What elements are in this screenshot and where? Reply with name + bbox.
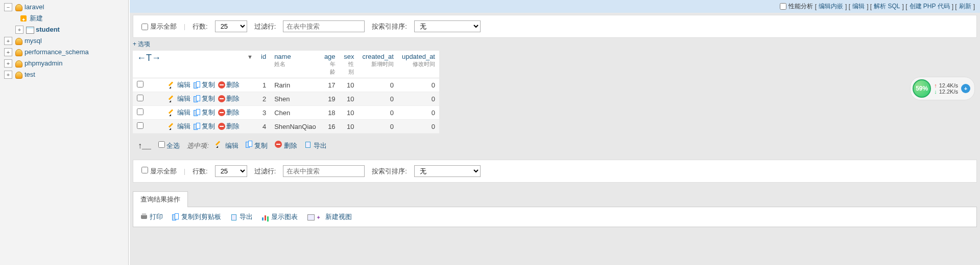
col-name[interactable]: name姓名	[270, 51, 320, 78]
cell-updated-at: 0	[398, 78, 439, 92]
tree-db-laravel[interactable]: − laravel	[4, 2, 128, 12]
bulk-export[interactable]: 导出	[304, 141, 327, 150]
row-edit[interactable]: 编辑	[169, 94, 190, 103]
sort-arrow-icon[interactable]: ←T→	[137, 53, 161, 63]
plus-icon[interactable]: +	[961, 84, 970, 93]
options-toggle[interactable]: + 选项	[133, 40, 977, 49]
pencil-icon	[169, 95, 176, 102]
chart-link[interactable]: 显示图表	[262, 212, 298, 222]
download-speed: 12.2K/s	[934, 89, 958, 95]
expand-icon[interactable]: +	[4, 37, 12, 45]
cell-updated-at: 0	[398, 106, 439, 120]
bulk-delete[interactable]: 删除	[275, 141, 297, 150]
bulk-edit[interactable]: 编辑	[216, 141, 238, 150]
link-create-php[interactable]: 创建 PHP 代码	[910, 2, 950, 11]
col-age[interactable]: age年龄	[320, 51, 340, 78]
tree-label: test	[25, 70, 35, 80]
sort-select[interactable]: 无	[414, 20, 481, 32]
net-percent: 59%	[913, 79, 931, 98]
cell-id: 3	[257, 106, 270, 120]
new-icon	[19, 14, 28, 23]
delete-icon	[275, 141, 282, 148]
copy-icon	[194, 123, 201, 130]
row-copy[interactable]: 复制	[194, 94, 215, 103]
filter-input[interactable]	[283, 20, 365, 32]
row-copy[interactable]: 复制	[194, 122, 215, 131]
delete-icon	[218, 123, 225, 130]
row-checkbox[interactable]	[137, 81, 144, 87]
cell-sex: 10	[340, 92, 358, 106]
delete-icon	[218, 95, 225, 102]
top-toolbar: 性能分析 [编辑内嵌] [ 编辑] [ 解析 SQL] [ 创建 PHP 代码]…	[130, 0, 980, 13]
show-all-checkbox[interactable]	[141, 24, 148, 30]
perf-checkbox[interactable]	[780, 3, 786, 10]
col-sex[interactable]: sex性别	[340, 51, 358, 78]
filter-input-bottom[interactable]	[283, 165, 365, 177]
row-edit[interactable]: 编辑	[169, 108, 190, 117]
with-selected-label: 选中项:	[187, 141, 209, 150]
row-checkbox[interactable]	[137, 122, 144, 129]
export-link[interactable]: 导出	[230, 212, 253, 222]
print-link[interactable]: 打印	[140, 212, 163, 222]
tree-table-student[interactable]: + student	[15, 25, 128, 35]
row-checkbox[interactable]	[137, 95, 144, 101]
expand-icon[interactable]: +	[4, 48, 12, 56]
chart-icon	[262, 213, 269, 220]
link-edit[interactable]: 编辑	[852, 2, 865, 11]
col-id[interactable]: id	[257, 51, 270, 78]
row-edit[interactable]: 编辑	[169, 80, 190, 90]
cell-created-at: 0	[358, 106, 397, 120]
database-icon	[14, 71, 22, 79]
col-updated-at[interactable]: updated_at修改时间	[398, 51, 439, 78]
row-edit[interactable]: 编辑	[169, 122, 190, 131]
new-view-link[interactable]: 新建视图	[307, 212, 352, 222]
show-all-label[interactable]: 显示全部	[141, 22, 177, 31]
table-row: 编辑复制删除4ShenNanQiao161000	[133, 120, 439, 134]
row-checkbox[interactable]	[137, 108, 144, 115]
database-icon	[14, 59, 22, 68]
pencil-icon	[169, 81, 176, 89]
sort-desc-icon[interactable]: ▼	[247, 54, 253, 60]
show-all-label-bottom[interactable]: 显示全部	[141, 167, 177, 176]
tree-db-mysql[interactable]: + mysql	[4, 36, 128, 46]
rows-select[interactable]: 25	[215, 20, 247, 32]
sort-label-bottom: 按索引排序:	[372, 167, 407, 176]
print-icon	[140, 213, 148, 220]
tree-db-phpmyadmin[interactable]: + phpmyadmin	[4, 58, 128, 69]
tree-label: 新建	[30, 13, 43, 24]
link-explain-sql[interactable]: 解析 SQL	[874, 2, 900, 11]
tree-db-test[interactable]: + test	[4, 70, 128, 80]
collapse-icon[interactable]: −	[4, 3, 12, 11]
copy-clipboard-link[interactable]: 复制到剪贴板	[172, 212, 221, 222]
select-all-label[interactable]: 全选	[158, 141, 180, 150]
sort-label: 按索引排序:	[372, 22, 407, 31]
tree-db-performance-schema[interactable]: + performance_schema	[4, 47, 128, 57]
cell-age: 17	[320, 78, 340, 92]
expand-icon[interactable]: +	[4, 59, 12, 68]
row-copy[interactable]: 复制	[194, 108, 215, 117]
expand-icon[interactable]: +	[4, 71, 12, 79]
row-delete[interactable]: 删除	[218, 122, 240, 131]
cell-name: Rarin	[270, 78, 320, 92]
select-all-checkbox[interactable]	[158, 141, 165, 148]
cell-updated-at: 0	[398, 92, 439, 106]
network-speed-widget[interactable]: 59% 12.4K/s 12.2K/s +	[910, 77, 975, 100]
tree-new-table[interactable]: 新建	[19, 13, 128, 24]
link-refresh[interactable]: 刷新	[959, 2, 971, 11]
row-delete[interactable]: 删除	[218, 94, 240, 103]
rows-label: 行数:	[193, 22, 208, 31]
link-inline-edit[interactable]: 编辑内嵌	[819, 2, 843, 11]
upload-speed: 12.4K/s	[934, 82, 958, 89]
expand-icon[interactable]: +	[15, 26, 23, 34]
row-copy[interactable]: 复制	[194, 80, 215, 90]
rows-select-bottom[interactable]: 25	[215, 165, 247, 177]
col-created-at[interactable]: created_at新增时间	[358, 51, 397, 78]
bulk-copy[interactable]: 复制	[246, 141, 268, 150]
bulk-actions: ↑__ 全选 选中项: 编辑 复制 删除 导出	[133, 138, 977, 153]
cell-sex: 10	[340, 78, 358, 92]
table-row: 编辑复制删除3Chen181000	[133, 106, 439, 120]
row-delete[interactable]: 删除	[218, 108, 240, 117]
sort-select-bottom[interactable]: 无	[414, 165, 481, 177]
show-all-checkbox-bottom[interactable]	[141, 167, 148, 173]
row-delete[interactable]: 删除	[218, 80, 240, 90]
